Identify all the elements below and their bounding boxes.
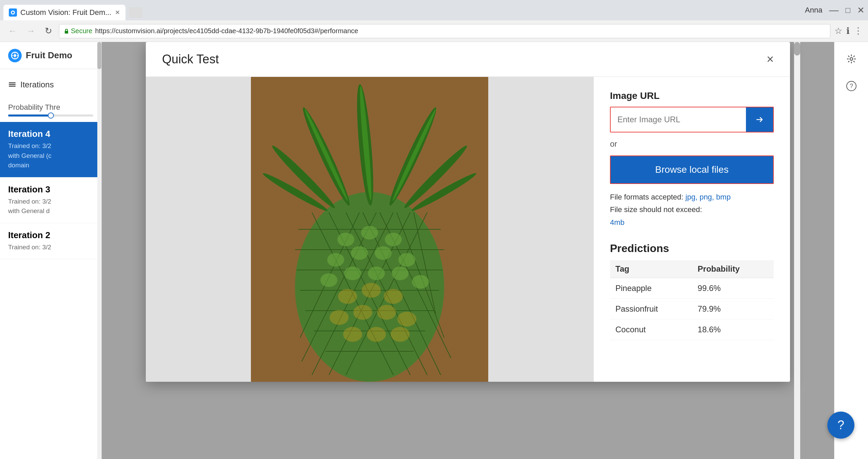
file-info: File formats accepted: jpg, png, bmp Fil… [610, 191, 774, 229]
svg-point-4 [14, 54, 16, 57]
predictions-scroll-container[interactable]: Tag Probability Pineapple 99.6% Passionf… [610, 260, 774, 340]
iteration-2-name: Iteration 2 [8, 230, 93, 241]
image-url-label: Image URL [610, 90, 774, 101]
close-button[interactable]: ✕ [857, 5, 865, 16]
browser-toolbar: ← → ↻ Secure https://customvision.ai/pro… [0, 20, 868, 42]
svg-point-63 [367, 327, 386, 342]
svg-point-36 [327, 253, 344, 267]
app-logo [8, 49, 22, 62]
forward-button[interactable]: → [24, 24, 38, 38]
browser-tabs: Custom Vision: Fruit Dem... ✕ [3, 0, 146, 20]
iteration-3-sub2: with General d [8, 206, 93, 216]
minimize-button[interactable]: — [829, 5, 839, 16]
question-icon: ? [846, 81, 857, 91]
main-scrollbar-thumb [794, 42, 800, 56]
svg-point-1 [12, 12, 14, 14]
help-btn-label: ? [837, 418, 844, 432]
sidebar-item-iterations[interactable]: Iterations [0, 75, 101, 95]
iteration-4-name: Iteration 4 [8, 129, 93, 139]
col-tag-header: Tag [610, 260, 692, 278]
svg-point-57 [384, 289, 403, 304]
svg-point-55 [338, 289, 357, 304]
address-url: https://customvision.ai/projects/ec4105d… [95, 27, 358, 35]
toolbar-actions: ☆ ℹ ⋮ [834, 26, 863, 36]
bookmark-icon[interactable]: ☆ [834, 26, 842, 36]
maximize-button[interactable]: □ [846, 5, 851, 15]
iteration-2-item[interactable]: Iteration 2 Trained on: 3/2 [0, 223, 101, 259]
svg-text:?: ? [849, 83, 853, 89]
sidebar-header: Fruit Demo [0, 42, 101, 69]
iteration-4-item[interactable]: Iteration 4 Trained on: 3/2 with General… [0, 122, 101, 178]
svg-point-44 [412, 275, 429, 289]
svg-point-65 [850, 58, 853, 60]
svg-rect-10 [9, 84, 16, 85]
url-submit-button[interactable] [746, 107, 773, 132]
iterations-label: Iterations [20, 80, 54, 89]
svg-rect-11 [9, 82, 16, 83]
user-name: Anna [805, 6, 822, 15]
browse-local-files-button[interactable]: Browse local files [611, 156, 773, 183]
file-size-label: File size should not exceed: [610, 205, 702, 214]
svg-point-39 [398, 253, 415, 267]
file-formats-links[interactable]: jpg, png, bmp [686, 193, 731, 201]
app-container: Fruit Demo Iterations Probability Thre I… [0, 42, 868, 459]
predictions-table: Tag Probability Pineapple 99.6% Passionf… [610, 260, 774, 340]
svg-point-40 [320, 273, 337, 287]
modal-header: Quick Test × [146, 42, 790, 77]
url-input-container [610, 107, 774, 132]
sidebar-app-title: Fruit Demo [26, 50, 72, 61]
modal-close-button[interactable]: × [767, 52, 774, 66]
prediction-tag-2: Coconut [610, 319, 692, 340]
arrow-right-icon [755, 115, 764, 124]
svg-rect-9 [9, 86, 16, 87]
main-scrollbar[interactable] [794, 42, 800, 459]
help-floating-button[interactable]: ? [827, 412, 854, 439]
or-divider: or [610, 139, 774, 149]
svg-point-43 [392, 267, 409, 280]
reload-button[interactable]: ↻ [42, 24, 55, 38]
address-bar[interactable]: Secure https://customvision.ai/projects/… [59, 24, 830, 38]
col-probability-header: Probability [692, 260, 774, 278]
active-tab[interactable]: Custom Vision: Fruit Dem... ✕ [3, 5, 125, 20]
svg-rect-2 [65, 31, 68, 34]
url-input[interactable] [611, 107, 746, 132]
secure-badge: Secure [63, 27, 92, 35]
svg-point-61 [397, 312, 416, 327]
file-formats-label: File formats accepted: [610, 193, 683, 201]
iteration-3-item[interactable]: Iteration 3 Trained on: 3/2 with General… [0, 178, 101, 223]
tab-close-button[interactable]: ✕ [115, 9, 120, 16]
sidebar-scrollbar[interactable] [97, 42, 101, 459]
prediction-row: Pineapple 99.6% [610, 278, 774, 299]
sidebar-nav: Iterations [0, 69, 101, 100]
svg-point-34 [361, 226, 378, 239]
prediction-row: Coconut 18.6% [610, 319, 774, 340]
iteration-4-sub3: domain [8, 161, 93, 170]
back-button[interactable]: ← [5, 24, 20, 38]
svg-point-59 [353, 305, 372, 320]
modal-image-panel [146, 77, 593, 382]
prediction-row: Passionfruit 79.9% [610, 299, 774, 319]
iteration-3-sub1: Trained on: 3/2 [8, 197, 93, 207]
info-icon[interactable]: ℹ [846, 26, 850, 36]
svg-point-33 [337, 233, 354, 246]
pineapple-image [251, 77, 488, 382]
settings-icon-btn[interactable] [841, 49, 862, 69]
svg-point-42 [368, 267, 385, 280]
svg-point-35 [385, 233, 402, 246]
browser-titlebar: Custom Vision: Fruit Dem... ✕ Anna — □ ✕ [0, 0, 868, 20]
quick-test-modal: Quick Test × [146, 42, 790, 382]
predictions-section: Predictions Tag Probability [610, 242, 774, 368]
prediction-tag-1: Passionfruit [610, 299, 692, 319]
browse-btn-container: Browse local files [610, 155, 774, 184]
modal-right-panel: Image URL or [593, 77, 790, 382]
iteration-4-sub1: Trained on: 3/2 [8, 141, 93, 151]
prediction-tag-0: Pineapple [610, 278, 692, 299]
iteration-2-sub1: Trained on: 3/2 [8, 243, 93, 252]
sidebar-scrollbar-thumb [97, 42, 101, 69]
menu-icon[interactable]: ⋮ [854, 26, 863, 36]
file-size-value[interactable]: 4mb [610, 218, 625, 227]
svg-point-56 [362, 283, 381, 298]
prediction-prob-1: 79.9% [692, 299, 774, 319]
help-icon-btn[interactable]: ? [841, 76, 862, 96]
iteration-3-name: Iteration 3 [8, 184, 93, 195]
